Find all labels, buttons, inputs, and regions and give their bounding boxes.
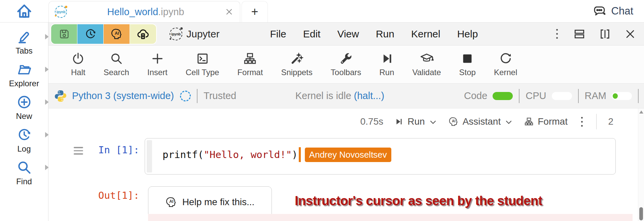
- new-tab-button[interactable]: +: [242, 1, 268, 22]
- cell-assistant-button[interactable]: AI Assistant: [449, 116, 513, 127]
- divider: [197, 89, 198, 103]
- plus-circle-icon: [16, 95, 32, 109]
- code-toggle-pill[interactable]: [493, 92, 513, 100]
- save-button[interactable]: [51, 24, 77, 44]
- chat-icon: [593, 4, 607, 18]
- scrollbar-thumb[interactable]: [639, 207, 643, 220]
- chat-label: Chat: [611, 5, 633, 17]
- divider: [638, 89, 639, 103]
- menu-run[interactable]: Run: [376, 28, 394, 40]
- menu-kernel[interactable]: Kernel: [411, 28, 440, 40]
- cloud-server-icon: [137, 28, 149, 40]
- sidebar-item-label: New: [16, 112, 32, 121]
- toolbar-validate-button[interactable]: Validate: [403, 52, 450, 77]
- close-icon[interactable]: [624, 28, 636, 40]
- top-tab-bar: ipynb Hello_world.ipynb + Chat: [0, 0, 644, 23]
- toolbar-format-button[interactable]: Format: [228, 52, 272, 77]
- tab-title: Hello_world.ipynb: [67, 6, 224, 18]
- toolbar-insert-button[interactable]: Insert: [138, 52, 177, 77]
- power-icon: [71, 52, 85, 65]
- split-vertical-icon[interactable]: [599, 28, 611, 40]
- ai-head-icon: AI: [449, 117, 459, 127]
- sidebar-item-label: Find: [16, 177, 32, 186]
- toolbar-halt-button[interactable]: Halt: [62, 52, 95, 77]
- ai-assistant-button[interactable]: AI: [104, 24, 130, 44]
- cell-toolbar: 0.75s Run AI Assistant Format 2: [360, 114, 613, 129]
- jupyter-menu-bar: AI ipynb Jupyter File Edit View Run Kern…: [48, 23, 644, 45]
- graduation-cap-icon: [420, 52, 434, 65]
- cell-input-prompt: In [1]:: [98, 144, 139, 156]
- magic-wand-icon: [290, 52, 303, 65]
- jupyter-brand: ipynb Jupyter: [170, 28, 219, 40]
- brand-label: Jupyter: [186, 28, 219, 40]
- search-icon: [16, 160, 32, 175]
- collaborator-name-chip: Andrey Novoseltsev: [305, 148, 391, 162]
- quick-action-buttons: AI: [51, 24, 156, 44]
- chevron-down-icon: [505, 118, 513, 126]
- pencil-icon: [16, 29, 32, 44]
- sitemap-icon: [243, 52, 257, 65]
- cpu-usage-pill: [552, 92, 572, 100]
- timetravel-button[interactable]: [77, 24, 104, 44]
- tab-close-icon[interactable]: [224, 7, 234, 17]
- ram-indicator: RAM: [585, 90, 632, 101]
- toolbar-toolbars-button[interactable]: Toolbars: [322, 52, 370, 77]
- cell-drag-handle-icon[interactable]: [74, 147, 83, 155]
- more-options-icon[interactable]: [554, 29, 560, 39]
- tab-hello-world-ipynb[interactable]: ipynb Hello_world.ipynb: [48, 1, 240, 22]
- folder-open-icon: [16, 62, 33, 77]
- cell-run-button[interactable]: Run: [395, 116, 437, 127]
- split-horizontal-icon[interactable]: [573, 28, 585, 40]
- help-me-fix-button[interactable]: AI Help me fix this...: [148, 186, 272, 218]
- sidebar-item-explorer[interactable]: Explorer: [0, 62, 48, 88]
- code-toggle[interactable]: Code: [464, 90, 513, 101]
- menu-edit[interactable]: Edit: [303, 28, 321, 40]
- step-forward-icon: [395, 117, 403, 126]
- svg-text:AI: AI: [115, 31, 119, 36]
- code-editor[interactable]: printf("Hello, world!") Andrey Novoselts…: [145, 138, 616, 175]
- cell-format-button[interactable]: Format: [524, 116, 568, 127]
- toolbar-cell-type-button[interactable]: Cell Type: [177, 52, 228, 77]
- toolbar-search-button[interactable]: Search: [95, 52, 138, 77]
- plus-icon: [151, 52, 164, 65]
- notebook-scrollbar[interactable]: [638, 108, 644, 221]
- code-line[interactable]: printf("Hello, world!") Andrey Novoselts…: [163, 147, 391, 162]
- home-button[interactable]: [0, 0, 48, 22]
- sidebar-item-log[interactable]: Log: [0, 127, 48, 154]
- toolbar-run-button[interactable]: Run: [370, 52, 403, 77]
- step-forward-icon: [380, 52, 394, 65]
- menu-view[interactable]: View: [337, 28, 359, 40]
- kernel-spinner-icon: [180, 91, 191, 101]
- kernel-name[interactable]: Python 3 (system-wide): [72, 90, 174, 101]
- sidebar-item-new[interactable]: New: [0, 95, 48, 121]
- home-icon: [15, 2, 33, 20]
- menu-file[interactable]: File: [270, 28, 286, 40]
- cell-output-prompt: Out[1]:: [98, 190, 139, 201]
- ai-head-icon: AI: [166, 196, 177, 208]
- divider: [519, 89, 520, 103]
- sidebar-item-find[interactable]: Find: [0, 160, 48, 186]
- trusted-label: Trusted: [204, 90, 236, 101]
- menu-items: File Edit View Run Kernel Help: [270, 28, 478, 40]
- jupyter-logo-icon: ipynb: [170, 28, 182, 40]
- code-cell: In [1]: printf("Hello, world!") Andrey N…: [48, 138, 644, 175]
- kernel-status-bar: Python 3 (system-wide) Trusted Kernel is…: [48, 84, 644, 108]
- collaborator-cursor: [299, 147, 301, 162]
- toolbar-snippets-button[interactable]: Snippets: [272, 52, 321, 77]
- history-clock-icon: [16, 127, 32, 142]
- menu-help[interactable]: Help: [457, 28, 478, 40]
- terminal-icon: [196, 52, 209, 65]
- compute-server-button[interactable]: [130, 24, 156, 44]
- code-token-close: ): [292, 149, 297, 160]
- code-token-string: "Hello, world!": [204, 149, 292, 160]
- scroll-up-arrow-icon[interactable]: [639, 110, 643, 114]
- menu-bar-right-controls: [554, 28, 636, 40]
- chat-button[interactable]: Chat: [593, 0, 633, 22]
- divider: [578, 89, 579, 103]
- toolbar-kernel-button[interactable]: Kernel: [485, 52, 526, 77]
- toolbar-stop-button[interactable]: Stop: [450, 52, 485, 77]
- sidebar-item-tabs[interactable]: Tabs: [0, 29, 48, 56]
- sidebar-item-label: Tabs: [15, 46, 33, 56]
- halt-link[interactable]: (halt...): [354, 90, 384, 101]
- cell-more-options-icon[interactable]: [579, 117, 585, 127]
